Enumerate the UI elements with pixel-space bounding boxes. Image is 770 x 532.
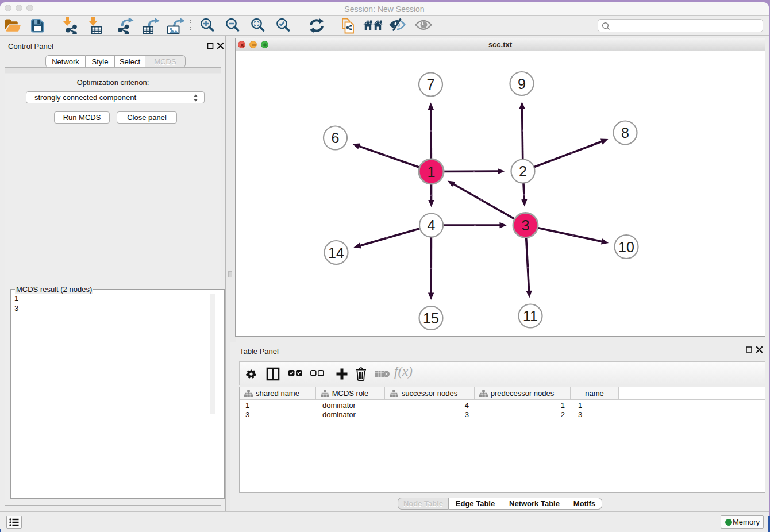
svg-text:9: 9 [518,76,526,92]
svg-text:2: 2 [519,163,527,179]
svg-text:10: 10 [618,239,634,255]
svg-text:11: 11 [523,308,538,324]
svg-text:4: 4 [428,217,436,233]
svg-text:6: 6 [332,130,340,146]
svg-text:3: 3 [522,217,530,233]
svg-text:14: 14 [328,245,344,261]
svg-text:15: 15 [423,310,439,326]
svg-text:8: 8 [621,125,629,141]
svg-text:7: 7 [427,76,435,92]
svg-text:1: 1 [428,164,436,180]
